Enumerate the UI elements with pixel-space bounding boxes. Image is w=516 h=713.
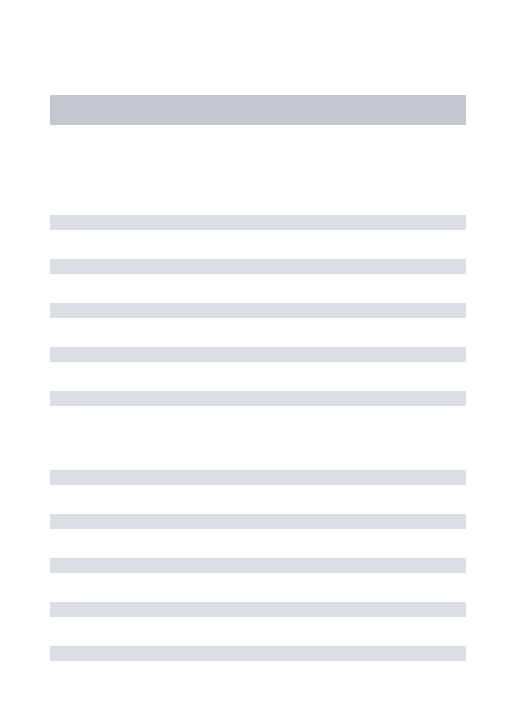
- title-placeholder: [50, 95, 466, 125]
- text-line-placeholder: [50, 646, 466, 661]
- text-line-placeholder: [50, 215, 466, 230]
- text-line-placeholder: [50, 514, 466, 529]
- text-line-placeholder: [50, 259, 466, 274]
- text-line-placeholder: [50, 558, 466, 573]
- text-line-placeholder: [50, 347, 466, 362]
- text-line-placeholder: [50, 602, 466, 617]
- text-line-placeholder: [50, 303, 466, 318]
- text-line-placeholder: [50, 470, 466, 485]
- text-line-placeholder: [50, 391, 466, 406]
